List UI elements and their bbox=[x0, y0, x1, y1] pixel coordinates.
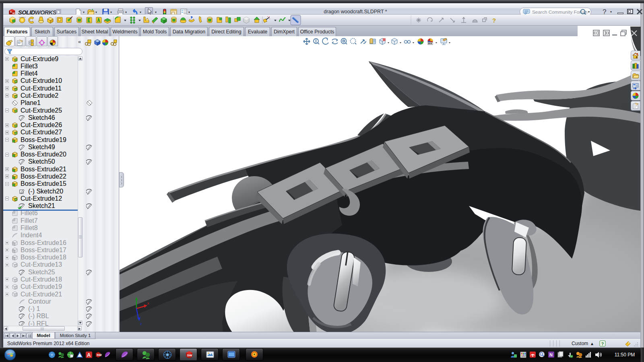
svg-text:S: S bbox=[10, 10, 12, 13]
svg-text:z: z bbox=[140, 322, 142, 326]
svg-text:?: ? bbox=[492, 17, 496, 24]
svg-text:x: x bbox=[147, 301, 149, 305]
svg-text:SW: SW bbox=[187, 354, 192, 357]
svg-text:W: W bbox=[12, 12, 15, 14]
svg-text:A: A bbox=[87, 352, 91, 358]
svg-text:?: ? bbox=[601, 341, 604, 346]
svg-text:SW: SW bbox=[97, 353, 102, 357]
svg-text:N: N bbox=[549, 352, 553, 357]
